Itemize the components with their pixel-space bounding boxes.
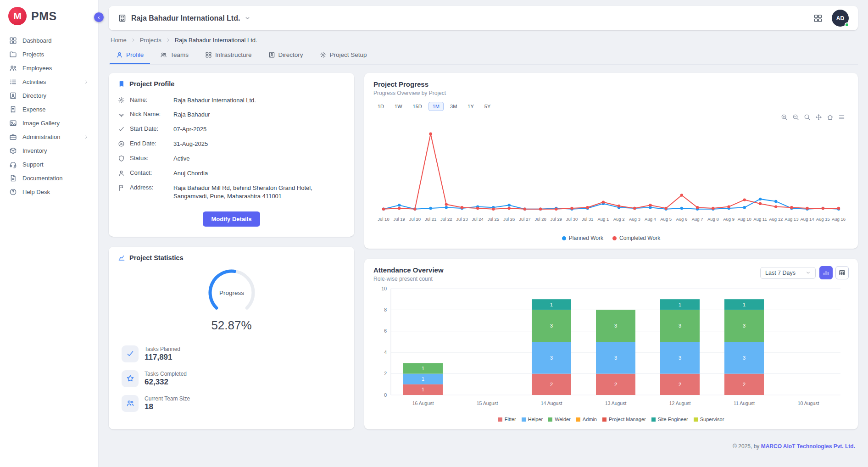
range-1m[interactable]: 1M bbox=[428, 102, 444, 111]
progress-card-title-text: Project Progress bbox=[373, 80, 428, 88]
breadcrumb-item[interactable]: Projects bbox=[140, 37, 161, 44]
sidebar-item-label: Expense bbox=[22, 106, 46, 113]
breadcrumb-item[interactable]: Raja Bahadur International Ltd. bbox=[175, 37, 257, 44]
briefcase-icon bbox=[9, 133, 17, 141]
modify-details-button[interactable]: Modify Details bbox=[203, 211, 260, 227]
project-profile-card: Project Profile Name:Raja Bahadur Intern… bbox=[109, 73, 354, 237]
sidebar-item-image-gallery[interactable]: Image Gallery bbox=[0, 116, 98, 130]
sidebar-item-administration[interactable]: Administration bbox=[0, 130, 98, 144]
sidebar-item-activities[interactable]: Activities bbox=[0, 75, 98, 89]
sidebar-item-expense[interactable]: Expense bbox=[0, 102, 98, 116]
sidebar-item-label: Dashboard bbox=[22, 37, 52, 44]
profile-field-name: Name:Raja Bahadur International Ltd. bbox=[118, 93, 345, 108]
svg-text:Aug 2: Aug 2 bbox=[613, 217, 625, 222]
svg-text:1: 1 bbox=[550, 302, 553, 307]
main-area: Raja Bahadur International Ltd. AD HomeP… bbox=[99, 0, 868, 455]
range-15d[interactable]: 15D bbox=[409, 102, 426, 111]
svg-text:4: 4 bbox=[384, 350, 387, 355]
legend-label: Site Engineer bbox=[658, 417, 688, 422]
svg-text:1: 1 bbox=[422, 366, 424, 371]
legend-helper[interactable]: Helper bbox=[522, 417, 543, 422]
profile-card-title-text: Project Profile bbox=[129, 80, 174, 88]
svg-text:1: 1 bbox=[743, 302, 746, 307]
search-icon[interactable] bbox=[804, 114, 811, 121]
range-1w[interactable]: 1W bbox=[390, 102, 406, 111]
legend-admin[interactable]: Admin bbox=[576, 417, 597, 422]
breadcrumb-item[interactable]: Home bbox=[111, 37, 127, 44]
range-1d[interactable]: 1D bbox=[373, 102, 388, 111]
apps-grid-icon[interactable] bbox=[813, 14, 823, 23]
range-3m[interactable]: 3M bbox=[446, 102, 461, 111]
range-5y[interactable]: 5Y bbox=[480, 102, 495, 111]
id-card-icon bbox=[268, 51, 275, 58]
sidebar-item-projects[interactable]: Projects bbox=[0, 47, 98, 61]
user-avatar[interactable]: AD bbox=[832, 10, 849, 27]
svg-text:Aug 4: Aug 4 bbox=[645, 217, 656, 222]
svg-text:Aug 10: Aug 10 bbox=[738, 217, 751, 222]
attendance-card-subtitle: Role-wise present count bbox=[373, 276, 444, 282]
tab-profile[interactable]: Profile bbox=[110, 47, 150, 64]
svg-text:Aug 1: Aug 1 bbox=[597, 217, 609, 222]
menu-icon[interactable] bbox=[838, 114, 845, 121]
chevron-right-icon bbox=[83, 134, 89, 139]
sidebar-item-dashboard[interactable]: Dashboard bbox=[0, 33, 98, 47]
legend-swatch bbox=[498, 417, 502, 422]
tab-teams[interactable]: Teams bbox=[154, 47, 195, 64]
logo[interactable]: M PMS bbox=[0, 0, 98, 30]
sidebar-item-help-desk[interactable]: Help Desk bbox=[0, 185, 98, 199]
svg-text:15 August: 15 August bbox=[477, 400, 498, 406]
sidebar-item-documentation[interactable]: Documentation bbox=[0, 171, 98, 185]
sidebar-item-inventory[interactable]: Inventory bbox=[0, 144, 98, 157]
field-value: Anuj Chordia bbox=[173, 169, 345, 178]
view-table-button[interactable] bbox=[835, 266, 849, 279]
content: Project Profile Name:Raja Bahadur Intern… bbox=[109, 73, 858, 455]
zoom-in-icon[interactable] bbox=[781, 114, 788, 121]
legend-planned-work[interactable]: Planned Work bbox=[562, 235, 603, 241]
chevron-right-icon bbox=[166, 38, 171, 43]
svg-text:Jul 21: Jul 21 bbox=[425, 217, 436, 222]
x-circle-icon bbox=[118, 140, 125, 147]
time-range-row: 1D1W15D1M3M1Y5Y bbox=[373, 102, 849, 111]
sidebar-item-employees[interactable]: Employees bbox=[0, 61, 98, 75]
tab-project-setup[interactable]: Project Setup bbox=[313, 47, 373, 64]
legend-supervisor[interactable]: Supervisor bbox=[694, 417, 724, 422]
field-label: Name: bbox=[130, 96, 168, 103]
svg-text:3: 3 bbox=[679, 323, 681, 328]
tab-directory[interactable]: Directory bbox=[262, 47, 310, 64]
range-1y[interactable]: 1Y bbox=[463, 102, 478, 111]
svg-text:3: 3 bbox=[614, 355, 617, 361]
svg-text:Progress: Progress bbox=[219, 289, 244, 296]
home-icon[interactable] bbox=[827, 114, 834, 121]
legend-project-manager[interactable]: Project Manager bbox=[602, 417, 646, 422]
profile-fields: Name:Raja Bahadur International Ltd.Nick… bbox=[118, 93, 345, 204]
svg-text:2: 2 bbox=[384, 371, 387, 376]
legend-site-engineer[interactable]: Site Engineer bbox=[651, 417, 688, 422]
sidebar-item-support[interactable]: Support bbox=[0, 157, 98, 171]
logo-icon: M bbox=[8, 7, 27, 25]
zoom-out-icon[interactable] bbox=[792, 114, 799, 121]
bookmark-icon bbox=[118, 80, 125, 88]
sidebar: M PMS DashboardProjectsEmployeesActiviti… bbox=[0, 0, 99, 467]
statistics-card-title: Project Statistics bbox=[118, 254, 345, 261]
view-bar-chart-button[interactable] bbox=[819, 266, 833, 279]
gear-icon bbox=[320, 51, 327, 58]
image-icon bbox=[9, 119, 17, 127]
profile-field-contact: Contact:Anuj Chordia bbox=[118, 166, 345, 181]
sidebar-collapse-button[interactable]: ‹ bbox=[94, 12, 104, 22]
chevron-right-icon bbox=[131, 38, 136, 43]
sidebar-item-directory[interactable]: Directory bbox=[0, 89, 98, 102]
pan-icon[interactable] bbox=[815, 114, 822, 121]
legend-completed-work[interactable]: Completed Work bbox=[612, 235, 660, 241]
footer-company-link[interactable]: MARCO AIoT Technologies Pvt. Ltd. bbox=[761, 443, 855, 450]
tab-bar: ProfileTeamsInfrastructureDirectoryProje… bbox=[109, 46, 858, 65]
progress-gauge-arc: Progress bbox=[204, 266, 259, 318]
gear-icon bbox=[118, 97, 125, 104]
legend-fitter[interactable]: Fitter bbox=[498, 417, 516, 422]
svg-text:3: 3 bbox=[550, 355, 553, 361]
tab-infrastructure[interactable]: Infrastructure bbox=[199, 47, 258, 64]
company-selector[interactable]: Raja Bahadur International Ltd. bbox=[118, 14, 250, 22]
svg-text:Jul 25: Jul 25 bbox=[488, 217, 499, 222]
field-label: Start Date: bbox=[130, 125, 168, 132]
attendance-range-select[interactable]: Last 7 Days bbox=[760, 267, 816, 279]
legend-welder[interactable]: Welder bbox=[548, 417, 571, 422]
